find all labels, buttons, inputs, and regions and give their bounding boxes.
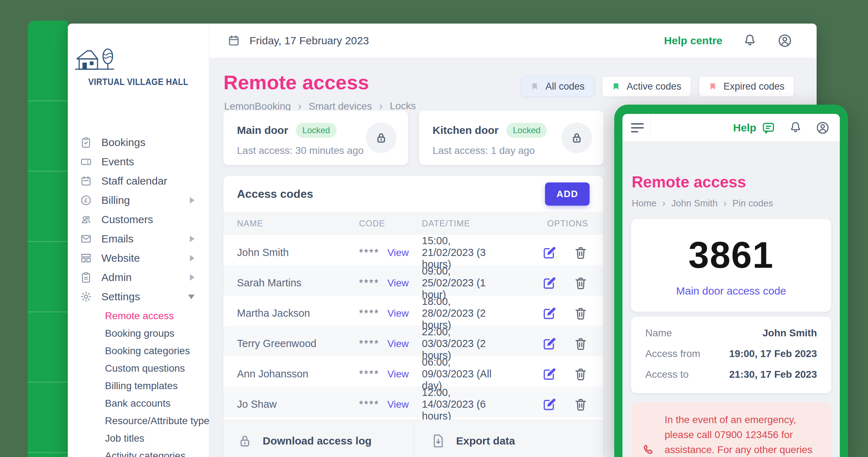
- sidebar-menu: Bookings Events Staff calendar Billing C…: [68, 133, 209, 457]
- sidebar-item-settings[interactable]: Settings: [68, 287, 209, 306]
- emergency-notice-text: In the event of an emergency, please cal…: [665, 412, 821, 457]
- submenu-item-billing-templates[interactable]: Billing templates: [68, 377, 209, 395]
- chevron-right-icon: [190, 255, 195, 261]
- code-holder-name: Ann Johansson: [237, 368, 359, 380]
- sidebar-item-emails[interactable]: Emails: [68, 229, 209, 248]
- sidebar-item-staff-calendar[interactable]: Staff calendar: [68, 171, 209, 191]
- breadcrumb-item[interactable]: Pin codes: [732, 198, 773, 209]
- top-bar-actions: Help centre: [664, 33, 792, 48]
- view-code-link[interactable]: View: [387, 247, 409, 258]
- user-circle-icon[interactable]: [816, 121, 830, 135]
- view-code-link[interactable]: View: [387, 368, 409, 380]
- view-code-link[interactable]: View: [387, 308, 409, 319]
- table-body: John Smith ****View 15:00, 21/02/2023 (3…: [223, 235, 603, 417]
- breadcrumb: LemonBooking Smart devices Locks: [224, 100, 416, 112]
- help-centre-link[interactable]: Help centre: [664, 35, 722, 47]
- view-code-link[interactable]: View: [387, 399, 409, 410]
- bell-icon[interactable]: [742, 33, 757, 48]
- view-code-link[interactable]: View: [387, 277, 409, 289]
- lock-card-main-door: Main doorLocked Last access: 30 minutes …: [223, 111, 408, 165]
- download-access-log-button[interactable]: Download access log: [223, 420, 414, 457]
- clipboard-check-icon: [80, 136, 92, 149]
- pound-circle-icon: [80, 194, 92, 206]
- sidebar-item-bookings[interactable]: Bookings: [68, 133, 209, 152]
- code-holder-name: John Smith: [237, 247, 359, 258]
- page-title: Remote access: [223, 72, 369, 93]
- trash-icon[interactable]: [573, 245, 588, 260]
- trash-icon[interactable]: [573, 276, 588, 291]
- user-circle-icon[interactable]: [777, 33, 792, 48]
- filter-all-codes[interactable]: All codes: [521, 76, 594, 97]
- export-data-button[interactable]: Export data: [414, 420, 603, 457]
- masked-code: ****: [359, 368, 379, 380]
- filter-active-codes[interactable]: Active codes: [602, 76, 691, 97]
- add-code-button[interactable]: ADD: [545, 182, 590, 206]
- sidebar-item-website[interactable]: Website: [68, 248, 209, 268]
- pin-code-caption-link[interactable]: Main door access code: [676, 285, 786, 297]
- edit-icon[interactable]: [542, 306, 557, 321]
- sidebar-item-billing[interactable]: Billing: [68, 191, 209, 210]
- submenu-item-custom-questions[interactable]: Custom questions: [68, 360, 209, 377]
- bell-icon[interactable]: [788, 121, 803, 135]
- table-row: Terry Greenwood ****View 22:00, 03/03/20…: [223, 326, 603, 356]
- submenu-item-remote-access[interactable]: Remote access: [68, 307, 209, 325]
- breadcrumb-item[interactable]: Smart devices: [309, 100, 390, 112]
- hamburger-menu-icon[interactable]: [622, 114, 651, 141]
- edit-icon[interactable]: [542, 245, 557, 260]
- chevron-right-icon: [190, 236, 195, 242]
- detail-row: Access from19:00, 17 Feb 2023: [645, 348, 817, 360]
- edit-icon[interactable]: [542, 336, 557, 351]
- mobile-preview-frame: Help Remote access Home John Smith Pin c…: [614, 105, 848, 457]
- submenu-item-bank-accounts[interactable]: Bank accounts: [68, 395, 209, 412]
- calendar-icon: [227, 34, 240, 47]
- sidebar-item-customers[interactable]: Customers: [68, 210, 209, 229]
- submenu-item-activity-categories[interactable]: Activity categories: [68, 447, 209, 457]
- current-date: Friday, 17 February 2023: [249, 35, 369, 47]
- breadcrumb-item[interactable]: John Smith: [671, 197, 732, 209]
- submenu-item-booking-groups[interactable]: Booking groups: [68, 325, 209, 342]
- masked-code: ****: [359, 338, 379, 350]
- breadcrumb-item[interactable]: Locks: [390, 100, 416, 112]
- trash-icon[interactable]: [573, 306, 588, 321]
- masked-code: ****: [359, 307, 379, 319]
- chevron-right-icon: [190, 197, 195, 204]
- trash-icon[interactable]: [573, 397, 588, 412]
- edit-icon[interactable]: [542, 367, 557, 382]
- trash-icon[interactable]: [573, 336, 588, 351]
- trash-icon[interactable]: [573, 367, 588, 382]
- chat-bubble-icon: [761, 121, 776, 135]
- lock-toggle-button[interactable]: [561, 122, 592, 153]
- sidebar-item-admin[interactable]: Admin: [68, 268, 209, 287]
- breadcrumb-item[interactable]: Home: [632, 197, 671, 209]
- padlock-icon: [237, 433, 253, 449]
- table-row: Sarah Martins ****View 09:00, 25/02/2023…: [223, 265, 603, 296]
- code-holder-name: Martha Jackson: [237, 307, 359, 319]
- ticket-icon: [80, 156, 92, 168]
- lock-card-kitchen-door: Kitchen doorLocked Last access: 1 day ag…: [419, 111, 604, 165]
- door-lock-cards: Main doorLocked Last access: 30 minutes …: [223, 111, 604, 165]
- view-code-link[interactable]: View: [387, 338, 409, 350]
- breadcrumb-item[interactable]: LemonBooking: [224, 100, 309, 112]
- calendar-icon: [80, 175, 92, 187]
- column-datetime: DATE/TIME: [422, 219, 499, 228]
- sidebar-item-events[interactable]: Events: [68, 152, 209, 171]
- submenu-item-job-titles[interactable]: Job titles: [68, 430, 209, 447]
- lock-toggle-button[interactable]: [366, 122, 397, 153]
- door-name: Kitchen door: [433, 124, 499, 136]
- masked-code: ****: [359, 247, 379, 258]
- house-tree-logo-icon: [68, 46, 121, 72]
- submenu-item-booking-categories[interactable]: Booking categories: [68, 342, 209, 360]
- detail-row: NameJohn Smith: [645, 327, 817, 339]
- code-holder-name: Jo Shaw: [237, 398, 359, 410]
- edit-icon[interactable]: [542, 397, 557, 412]
- edit-icon[interactable]: [542, 276, 557, 291]
- door-name: Main door: [237, 124, 288, 136]
- filter-expired-codes[interactable]: Expired codes: [699, 76, 794, 97]
- column-options: OPTIONS: [499, 219, 588, 228]
- mobile-help-link[interactable]: Help: [733, 121, 776, 135]
- submenu-item-resource-attribute-types[interactable]: Resource/Attribute types: [68, 412, 209, 430]
- padlock-icon: [570, 131, 584, 145]
- access-details-card: NameJohn Smith Access from19:00, 17 Feb …: [631, 317, 831, 393]
- column-code: CODE: [359, 219, 422, 228]
- status-badge: Locked: [506, 123, 547, 138]
